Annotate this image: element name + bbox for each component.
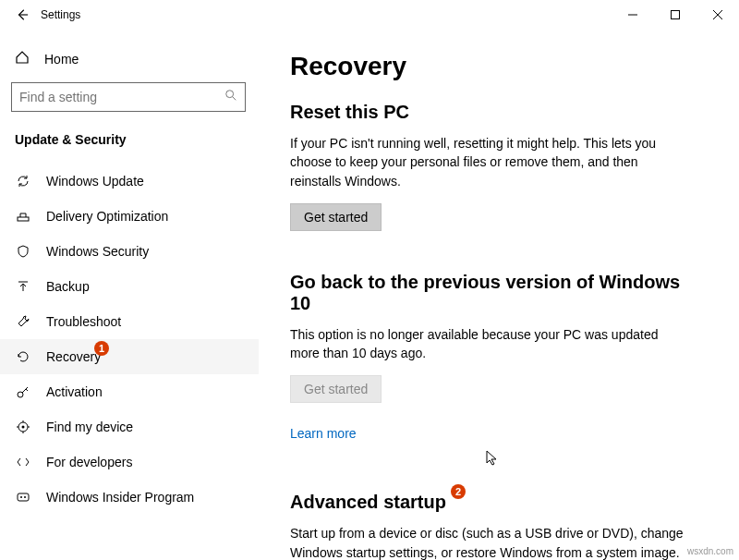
content-area: Recovery Reset this PC If your PC isn't … [259, 30, 739, 560]
sidebar-item-windows-insider[interactable]: Windows Insider Program [0, 480, 259, 515]
page-title: Recovery [290, 52, 689, 81]
delivery-icon [15, 208, 31, 225]
backup-icon [15, 278, 31, 295]
annotation-badge-1: 1 [94, 341, 109, 356]
advanced-description: Start up from a device or disc (such as … [290, 524, 687, 560]
back-button[interactable] [7, 8, 37, 21]
home-icon [15, 50, 30, 67]
svg-rect-1 [672, 11, 680, 19]
sidebar: Home Update & Security Windows Update De… [0, 30, 259, 560]
svg-point-12 [20, 496, 22, 498]
svg-line-5 [233, 97, 236, 101]
search-input[interactable] [19, 90, 204, 104]
minimize-button[interactable] [612, 0, 654, 30]
wrench-icon [15, 313, 31, 330]
home-nav[interactable]: Home [0, 43, 259, 75]
code-icon [15, 454, 31, 470]
sidebar-item-label: Delivery Optimization [46, 209, 168, 224]
sidebar-item-label: Activation [46, 384, 103, 399]
section-advanced-startup: Advanced startup 2 Start up from a devic… [290, 482, 689, 560]
annotation-badge-2: 2 [451, 484, 466, 499]
svg-point-10 [22, 426, 25, 429]
go-back-get-started-button: Get started [290, 375, 382, 403]
sidebar-item-for-developers[interactable]: For developers [0, 444, 259, 480]
sidebar-item-activation[interactable]: Activation [0, 374, 259, 409]
shield-icon [15, 243, 31, 260]
maximize-button[interactable] [654, 0, 697, 30]
sidebar-item-label: Windows Update [46, 174, 144, 189]
svg-point-13 [24, 496, 26, 498]
watermark: wsxdn.com [687, 546, 733, 556]
sidebar-item-label: Windows Insider Program [46, 490, 194, 505]
sidebar-item-backup[interactable]: Backup [0, 269, 259, 304]
search-box[interactable] [11, 82, 246, 112]
sidebar-item-label: Backup [46, 279, 90, 294]
close-icon [713, 10, 722, 19]
sidebar-item-windows-security[interactable]: Windows Security [0, 234, 259, 269]
sidebar-item-label: Recovery [46, 349, 101, 364]
key-icon [15, 383, 31, 400]
learn-more-link[interactable]: Learn more [290, 426, 357, 441]
section-go-back: Go back to the previous version of Windo… [290, 272, 689, 443]
reset-description: If your PC isn't running well, resetting… [290, 134, 687, 190]
advanced-heading: Advanced startup [290, 492, 446, 513]
section-reset-pc: Reset this PC If your PC isn't running w… [290, 102, 689, 231]
sidebar-item-windows-update[interactable]: Windows Update [0, 164, 259, 199]
svg-rect-6 [18, 217, 29, 221]
window-title: Settings [41, 8, 80, 21]
svg-rect-11 [18, 493, 29, 501]
sync-icon [15, 173, 31, 189]
svg-point-4 [226, 91, 234, 98]
go-back-heading: Go back to the previous version of Windo… [290, 272, 689, 314]
reset-heading: Reset this PC [290, 102, 689, 123]
sidebar-item-label: For developers [46, 455, 132, 469]
home-label: Home [44, 52, 79, 67]
sidebar-item-label: Find my device [46, 420, 133, 434]
sidebar-item-delivery-optimization[interactable]: Delivery Optimization [0, 199, 259, 234]
maximize-icon [671, 10, 680, 19]
close-button[interactable] [697, 0, 739, 30]
recovery-icon [15, 348, 31, 365]
reset-get-started-button[interactable]: Get started [290, 203, 382, 231]
sidebar-section-header: Update & Security [0, 119, 259, 164]
sidebar-item-troubleshoot[interactable]: Troubleshoot [0, 304, 259, 339]
window-controls [612, 0, 739, 30]
sidebar-item-label: Troubleshoot [46, 314, 121, 329]
sidebar-item-find-my-device[interactable]: Find my device [0, 409, 259, 444]
arrow-left-icon [16, 8, 29, 21]
sidebar-item-label: Windows Security [46, 244, 149, 259]
location-icon [15, 419, 31, 435]
go-back-description: This option is no longer available becau… [290, 325, 687, 363]
sidebar-item-recovery[interactable]: Recovery 1 [0, 339, 259, 374]
minimize-icon [628, 10, 637, 19]
search-icon [224, 89, 237, 105]
insider-icon [15, 489, 31, 505]
